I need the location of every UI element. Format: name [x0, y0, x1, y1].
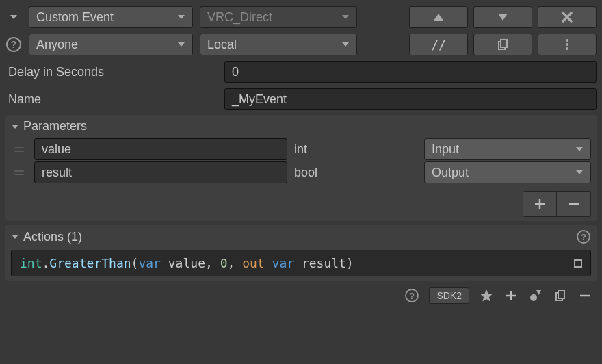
event-type-label: Custom Event	[36, 10, 114, 25]
plus-icon	[534, 198, 546, 210]
parameter-direction: Output	[432, 166, 469, 180]
copy-button[interactable]	[473, 34, 532, 55]
event-type-dropdown[interactable]: Custom Event	[29, 6, 193, 28]
delay-input[interactable]: 0	[224, 61, 597, 83]
add-parameter-button[interactable]	[523, 191, 557, 217]
parameter-direction-dropdown[interactable]: Output	[424, 161, 591, 183]
chevron-down-icon	[177, 13, 185, 21]
sdk-chip[interactable]: SDK2	[429, 287, 469, 304]
svg-point-3	[566, 43, 568, 46]
action-code: int.GreaterThan(var value, 0, out var re…	[20, 256, 354, 270]
name-label: Name	[5, 92, 218, 107]
chevron-down-icon	[341, 40, 350, 49]
tok-open: (	[131, 256, 139, 270]
drag-handle[interactable]	[11, 170, 27, 175]
tok-keyword: var	[272, 256, 302, 270]
chevron-down-icon	[10, 13, 18, 21]
move-down-button[interactable]	[473, 6, 532, 28]
close-icon	[562, 12, 573, 23]
svg-point-5	[530, 294, 537, 301]
parameter-type-label: bool	[294, 166, 417, 180]
parameter-add-remove	[11, 188, 591, 217]
actions-title: Actions (1)	[23, 230, 82, 244]
comment-label: //	[431, 38, 446, 52]
tool-buttons: //	[409, 34, 597, 55]
target-dropdown[interactable]: VRC_Direct	[200, 6, 357, 28]
foldout-toggle[interactable]	[5, 13, 22, 21]
svg-point-4	[566, 47, 568, 50]
chevron-down-icon	[341, 13, 350, 21]
delay-row: Delay in Seconds 0	[5, 60, 597, 83]
action-row[interactable]: int.GreaterThan(var value, 0, out var re…	[11, 250, 591, 276]
parameter-type-label: int	[294, 142, 417, 157]
expand-icon[interactable]	[574, 259, 582, 268]
copy-icon	[497, 38, 509, 51]
tok-number: 0	[220, 256, 228, 270]
event-panel: Custom Event VRC_Direct ? Anyone	[0, 0, 602, 364]
actions-foldout[interactable]: Actions (1)	[11, 230, 82, 244]
drag-handle[interactable]	[11, 147, 27, 152]
parameter-name-input[interactable]: result	[34, 161, 287, 183]
header-row-1: Custom Event VRC_Direct	[5, 5, 597, 29]
minus-icon	[568, 198, 580, 210]
svg-point-2	[566, 39, 568, 42]
parameter-direction-dropdown[interactable]: Input	[424, 138, 591, 160]
comment-button[interactable]: //	[409, 34, 468, 55]
parameter-name: value	[42, 142, 71, 157]
chevron-down-icon	[11, 122, 19, 131]
tok-var: value	[168, 256, 205, 270]
kebab-icon	[565, 38, 569, 51]
menu-button[interactable]	[538, 34, 597, 55]
svg-rect-7	[558, 291, 564, 298]
help-icon[interactable]: ?	[577, 230, 590, 244]
delay-value: 0	[232, 65, 239, 79]
parameter-list: value int Input result bool Output	[11, 138, 591, 184]
delay-label: Delay in Seconds	[5, 65, 218, 79]
shape-button[interactable]	[528, 288, 543, 303]
parameter-name: result	[42, 166, 72, 180]
duplicate-button[interactable]	[553, 288, 568, 303]
tok-close: )	[346, 256, 354, 270]
actions-section: Actions (1) ? int.GreaterThan(var value,…	[5, 225, 597, 281]
tok-var: result	[302, 256, 346, 270]
parameter-name-input[interactable]: value	[34, 138, 287, 160]
parameter-row: result bool Output	[11, 161, 591, 184]
footer-toolbar: ? SDK2	[5, 285, 597, 304]
scope-label: Local	[207, 38, 237, 52]
tok-out: out	[242, 256, 272, 270]
star-icon	[480, 289, 493, 302]
help-icon[interactable]: ?	[406, 289, 419, 302]
chevron-down-icon	[177, 40, 185, 49]
tok-comma: ,	[228, 256, 243, 270]
name-value: _MyEvent	[232, 92, 287, 107]
tok-comma: ,	[205, 256, 220, 270]
scope-dropdown[interactable]: Local	[200, 34, 357, 55]
reorder-buttons	[409, 6, 597, 28]
broadcast-dropdown[interactable]: Anyone	[29, 34, 193, 55]
help-icon[interactable]: ?	[6, 37, 21, 52]
parameters-section: Parameters value int Input result bool O…	[5, 115, 597, 221]
remove-parameter-button[interactable]	[557, 191, 591, 217]
name-input[interactable]: _MyEvent	[224, 88, 597, 110]
remove-action-button[interactable]	[577, 288, 592, 303]
parameters-foldout[interactable]: Parameters	[11, 119, 591, 133]
chevron-down-icon	[11, 233, 19, 241]
copy-icon	[554, 289, 566, 302]
plus-icon	[505, 289, 517, 302]
parameter-direction: Input	[432, 142, 459, 157]
delete-button[interactable]	[538, 6, 597, 28]
tok-method: GreaterThan	[49, 256, 131, 270]
favorite-button[interactable]	[479, 288, 494, 303]
name-row: Name _MyEvent	[5, 88, 597, 111]
tok-dot: .	[42, 256, 50, 270]
tok-type: int	[20, 256, 42, 270]
svg-rect-1	[501, 40, 507, 47]
triangle-up-icon	[432, 12, 445, 22]
parameter-row: value int Input	[11, 138, 591, 161]
move-up-button[interactable]	[409, 6, 468, 28]
broadcast-label: Anyone	[36, 38, 78, 52]
shapes-icon	[529, 289, 542, 302]
minus-icon	[579, 289, 591, 302]
add-action-button[interactable]	[503, 288, 519, 303]
sdk-label: SDK2	[436, 290, 462, 301]
